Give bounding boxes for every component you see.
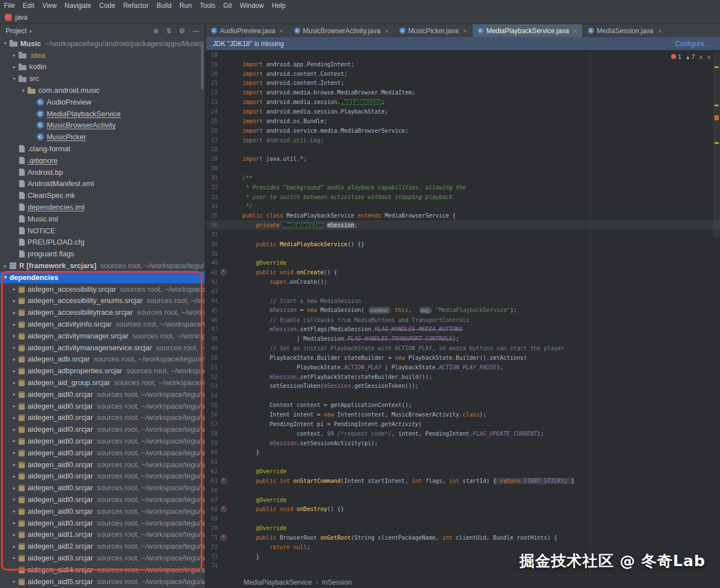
project-scrollbar-thumb[interactable] (201, 41, 204, 89)
tree-item-audiopreview[interactable]: AudioPreview (0, 96, 205, 108)
chevron-right-icon[interactable]: ▸ (10, 532, 19, 537)
tree-item-aidegen-aidl0-srcjar[interactable]: ▸aidegen_aidl0.srcjarsources root, ~/wor… (0, 517, 205, 529)
tree-item-kotlin[interactable]: ▸kotlin (0, 61, 205, 73)
chevron-right-icon[interactable]: ▸ (10, 544, 19, 549)
project-view-selector[interactable]: Project▾ (6, 27, 32, 35)
nav-breadcrumb-module[interactable]: java (15, 13, 28, 21)
error-stripe-mark[interactable] (714, 115, 719, 120)
chevron-right-icon[interactable]: ▸ (10, 578, 19, 584)
tree-item-musicpicker[interactable]: MusicPicker (0, 131, 205, 143)
menu-item-file[interactable]: File (0, 2, 19, 10)
chevron-right-icon[interactable]: ▸ (10, 567, 19, 572)
breadcrumb-item-msession[interactable]: mSession (322, 578, 352, 586)
tree-item-aidegen-adb-srcjar[interactable]: ▸aidegen_adb.srcjarsources root, ~/works… (0, 354, 205, 365)
tree-item-aidegen-aidl0-srcjar[interactable]: ▸aidegen_aidl0.srcjarsources root, ~/wor… (0, 470, 205, 482)
tree-item-aidegen-aidl0-srcjar[interactable]: ▸aidegen_aidl0.srcjarsources root, ~/wor… (0, 505, 205, 517)
menu-item-window[interactable]: Window (236, 2, 268, 10)
tree-item-aidegen-aid-group-srcjar[interactable]: ▸aidegen_aid_group.srcjarsources root, ~… (0, 377, 205, 388)
tree-item-dependencies[interactable]: ▾dependencies (0, 272, 205, 283)
tree-item-gitignore[interactable]: .gitignore (0, 155, 205, 166)
menu-item-git[interactable]: Git (219, 2, 236, 10)
chevron-right-icon[interactable]: ▸ (10, 473, 19, 479)
tree-item-aidegen-aidl0-srcjar[interactable]: ▸aidegen_aidl0.srcjarsources root, ~/wor… (0, 412, 205, 424)
code-editor[interactable]: 1819import android.app.PendingIntent;20i… (206, 50, 720, 576)
menu-item-help[interactable]: Help (268, 2, 290, 10)
next-issue-icon[interactable]: ∨ (707, 54, 711, 60)
locate-icon[interactable]: ⊕ (153, 27, 159, 35)
tree-item-aidegen-aidl0-srcjar[interactable]: ▸aidegen_aidl0.srcjarsources root, ~/wor… (0, 459, 205, 471)
tree-item-aidegen-aidl0-srcjar[interactable]: ▸aidegen_aidl0.srcjarsources root, ~/wor… (0, 482, 205, 494)
menu-item-edit[interactable]: Edit (19, 2, 38, 10)
tree-item-idea[interactable]: ▸.idea (0, 49, 205, 61)
tree-item-cleanspec-mk[interactable]: CleanSpec.mk (0, 189, 205, 201)
tree-item-aidegen-accessibility-enums-srcjar[interactable]: ▸aidegen_accessibility_enums.srcjarsourc… (0, 295, 205, 307)
override-method-icon[interactable] (220, 506, 227, 512)
tree-item-aidegen-aidl2-srcjar[interactable]: ▸aidegen_aidl2.srcjarsources root, ~/wor… (0, 540, 205, 552)
chevron-right-icon[interactable]: ▸ (10, 438, 19, 444)
chevron-right-icon[interactable]: ▸ (10, 286, 19, 292)
tree-item-preupload-cfg[interactable]: PREUPLOAD.cfg (0, 237, 205, 248)
tree-item-android-bp[interactable]: Android.bp (0, 166, 205, 178)
prev-issue-icon[interactable]: ∧ (699, 54, 703, 60)
expand-collapse-icon[interactable]: ⇅ (166, 27, 172, 35)
tree-item-proguard-flags[interactable]: proguard.flags (0, 248, 205, 260)
tab-audiopreview-java[interactable]: CAudioPreview.java× (206, 24, 289, 37)
tree-item-aidegen-aidl0-srcjar[interactable]: ▸aidegen_aidl0.srcjarsources root, ~/wor… (0, 447, 205, 459)
chevron-right-icon[interactable]: ▸ (10, 496, 19, 502)
chevron-right-icon[interactable]: ▸ (10, 462, 19, 467)
chevron-right-icon[interactable]: ▸ (10, 356, 19, 362)
tree-item-aidegen-accessibilitytrace-srcjar[interactable]: ▸aidegen_accessibilitytrace.srcjarsource… (0, 306, 205, 318)
chevron-right-icon[interactable]: ▸ (10, 345, 19, 350)
tree-item-aidegen-activitymanager-srcjar[interactable]: ▸aidegen_activitymanager.srcjarsources r… (0, 330, 205, 342)
override-method-icon[interactable] (220, 478, 227, 484)
tree-item-aidegen-aidl0-srcjar[interactable]: ▸aidegen_aidl0.srcjarsources root, ~/wor… (0, 388, 205, 400)
tree-item-aidegen-accessibility-srcjar[interactable]: ▸aidegen_accessibility.srcjarsources roo… (0, 283, 205, 295)
tree-item-aidegen-adbproperties-srcjar[interactable]: ▸aidegen_adbproperties.srcjarsources roo… (0, 365, 205, 377)
close-tab-icon[interactable]: × (280, 28, 283, 34)
chevron-right-icon[interactable]: ▸ (10, 310, 19, 315)
chevron-down-icon[interactable]: ▾ (10, 76, 19, 82)
tree-item-src[interactable]: ▾src (0, 73, 205, 84)
menu-item-tools[interactable]: Tools (196, 2, 219, 10)
menu-item-code[interactable]: Code (95, 2, 119, 10)
chevron-right-icon[interactable]: ▸ (10, 368, 19, 374)
tab-musicpicker-java[interactable]: CMusicPicker.java× (394, 24, 472, 37)
tree-item-aidegen-aidl0-srcjar[interactable]: ▸aidegen_aidl0.srcjarsources root, ~/wor… (0, 435, 205, 447)
tree-item-aidegen-aidl0-srcjar[interactable]: ▸aidegen_aidl0.srcjarsources root, ~/wor… (0, 494, 205, 505)
tree-item-aidegen-aidl5-srcjar[interactable]: ▸aidegen_aidl5.srcjarsources root, ~/wor… (0, 576, 205, 587)
tab-mediasession-java[interactable]: CMediaSession.java× (583, 24, 667, 37)
warning-stripe-mark[interactable] (714, 66, 719, 68)
editor-scrollbar-thumb[interactable] (713, 52, 720, 238)
chevron-right-icon[interactable]: ▸ (10, 391, 19, 397)
menu-item-refactor[interactable]: Refactor (119, 2, 152, 10)
tree-item-aidegen-aidl0-srcjar[interactable]: ▸aidegen_aidl0.srcjarsources root, ~/wor… (0, 400, 205, 412)
chevron-right-icon[interactable]: ▸ (10, 298, 19, 304)
tree-item-musicbrowseractivity[interactable]: MusicBrowserActivity (0, 120, 205, 132)
inspections-widget[interactable]: 1 ▲7 ∧ ∨ (671, 53, 711, 60)
tree-item-aidegen-aidl4-srcjar[interactable]: ▸aidegen_aidl4.srcjarsources root, ~/wor… (0, 564, 205, 576)
close-tab-icon[interactable]: × (658, 28, 661, 34)
override-method-icon[interactable] (220, 535, 227, 541)
chevron-right-icon[interactable]: ▸ (10, 52, 19, 58)
chevron-down-icon[interactable]: ▾ (1, 40, 10, 46)
tree-item-androidmanifest-xml[interactable]: AndroidManifest.xml (0, 178, 205, 190)
chevron-down-icon[interactable]: ▾ (19, 88, 28, 93)
tree-item-notice[interactable]: NOTICE (0, 225, 205, 237)
breadcrumb-item-mediaplaybackservice[interactable]: MediaPlaybackService (244, 578, 312, 586)
close-tab-icon[interactable]: × (573, 28, 577, 34)
tab-mediaplaybackservice-java[interactable]: CMediaPlaybackService.java× (472, 24, 583, 37)
tree-item-dependencies-iml[interactable]: dependencies.iml (0, 201, 205, 213)
tree-item-music[interactable]: ▾Music~/workspace/tegu/android/packages/… (0, 38, 205, 49)
chevron-right-icon[interactable]: ▸ (10, 508, 19, 514)
chevron-down-icon[interactable]: ▾ (1, 274, 10, 280)
menu-item-build[interactable]: Build (152, 2, 176, 10)
chevron-right-icon[interactable]: ▸ (10, 333, 19, 338)
tree-item-aidegen-aidl0-srcjar[interactable]: ▸aidegen_aidl0.srcjarsources root, ~/wor… (0, 423, 205, 435)
chevron-right-icon[interactable]: ▸ (10, 403, 19, 409)
tree-item-mediaplaybackservice[interactable]: MediaPlaybackService (0, 108, 205, 120)
tree-item-com-android-music[interactable]: ▾com.android.music (0, 84, 205, 96)
chevron-right-icon[interactable]: ▸ (10, 415, 19, 420)
chevron-right-icon[interactable]: ▸ (10, 520, 19, 526)
configure-link[interactable]: Configure... (675, 40, 710, 48)
chevron-right-icon[interactable]: ▸ (10, 427, 19, 432)
